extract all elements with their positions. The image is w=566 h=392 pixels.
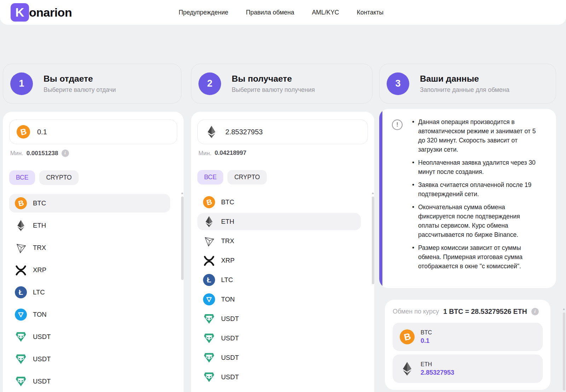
currency-code: BTC [33,199,46,207]
ton-icon [203,293,215,305]
header: K onarion Предупреждение Правила обмена … [0,0,566,25]
currency-row-trx[interactable]: TRX [9,239,170,257]
summary-receive-card: ETH 2.85327953 [393,355,543,383]
btc-icon [17,125,30,139]
rate-value: 1 BTC = 28.53279526 ETH [443,308,527,316]
give-list-scrollbar[interactable]: ▲ [180,192,184,280]
currency-row-usdt[interactable]: USDT [9,372,170,391]
min-label: Мин. [10,150,23,157]
currency-code: USDT [221,373,239,381]
currency-row-trx[interactable]: TRX [197,233,361,250]
currency-code: TON [33,311,47,318]
xrp-icon [203,254,215,267]
currency-code: BTC [221,198,234,206]
rate-label: Обмен по курсу [393,308,439,315]
nav-warning[interactable]: Предупреждение [179,9,228,16]
receive-currency-list: BTC ETH TRX XRP LTC TON [197,194,368,386]
currency-row-xrp[interactable]: XRP [9,261,170,279]
give-title: Вы отдаете [44,74,116,84]
main-nav: Предупреждение Правила обмена AML/KYC Ко… [179,0,383,25]
receive-filters: ВСЕ CRYPTO [197,170,368,185]
currency-code: TRX [221,237,234,245]
give-currency-list: BTC ETH TRX XRP LTC TON [9,194,177,391]
scroll-up-icon[interactable]: ▲ [181,192,184,195]
scroll-up-icon[interactable]: ▲ [562,308,566,311]
receive-list-scrollbar[interactable]: ▲ [371,192,375,284]
logo-text: onarion [29,6,72,19]
currency-code: ETH [221,218,234,226]
summary-code: ETH [421,361,454,368]
note-item: Неоплаченная заявка удалится через 30 ми… [418,158,542,176]
note-item: Заявка считается оплаченной после 19 под… [418,180,542,199]
scrollbar-thumb[interactable] [563,312,565,391]
currency-row-xrp[interactable]: XRP [197,252,361,269]
eth-icon [400,361,415,376]
filter-crypto-button[interactable]: CRYPTO [227,170,266,185]
currency-row-usdt[interactable]: USDT [197,310,361,327]
note-item: Данная операция производится в автоматич… [418,117,542,154]
currency-code: USDT [33,333,51,341]
receive-title: Вы получаете [232,74,315,84]
filter-all-button[interactable]: ВСЕ [197,170,223,185]
logo[interactable]: K onarion [11,3,72,22]
ltc-icon [203,274,215,286]
min-label: Мин. [198,150,212,157]
currency-row-ton[interactable]: TON [197,291,361,308]
currency-row-ltc[interactable]: LTC [197,271,361,288]
give-filters: ВСЕ CRYPTO [9,170,177,185]
currency-code: LTC [221,276,233,284]
give-panel: Мин. 0.00151238 i ВСЕ CRYPTO BTC ETH TRX [3,112,184,392]
btc-icon [203,196,215,208]
trx-icon [203,235,215,247]
summary-amount: 2.85327953 [421,369,454,376]
step-card-details: 3 Ваши данные Заполните данные для обмен… [379,64,556,104]
usdt-icon [203,371,215,383]
currency-row-ltc[interactable]: LTC [9,283,170,302]
scroll-up-icon[interactable]: ▲ [371,192,375,195]
eth-icon [15,220,27,232]
btc-icon [400,329,415,344]
info-icon[interactable]: i [62,150,69,157]
currency-row-btc[interactable]: BTC [9,194,170,212]
nav-rules[interactable]: Правила обмена [246,9,294,16]
filter-crypto-button[interactable]: CRYPTO [39,170,78,185]
page-scrollbar[interactable]: ▲ [562,308,566,391]
currency-code: USDT [221,315,239,323]
currency-row-usdt[interactable]: USDT [9,328,170,346]
usdt-icon [203,313,215,325]
summary-amount: 0.1 [421,337,432,345]
info-icon[interactable]: i [531,308,539,315]
currency-row-eth[interactable]: ETH [9,216,170,235]
warning-icon: ! [392,119,403,130]
scrollbar-thumb[interactable] [372,197,374,284]
currency-code: XRP [33,266,46,274]
summary-give-card: BTC 0.1 [393,323,543,351]
give-amount-box [9,119,177,144]
btc-icon [15,197,27,209]
note-item: Размер комиссии зависит от суммы обмена.… [418,243,542,271]
currency-row-usdt[interactable]: USDT [197,349,361,366]
step-2-badge: 2 [198,72,221,95]
exchange-page: K onarion Предупреждение Правила обмена … [0,0,566,392]
currency-code: USDT [33,378,51,385]
give-amount-input[interactable] [36,128,171,136]
currency-row-usdt[interactable]: USDT [197,330,361,347]
nav-contacts[interactable]: Контакты [357,9,384,16]
receive-amount-input[interactable] [225,128,362,136]
step-1-badge: 1 [10,72,33,95]
currency-row-eth[interactable]: ETH [197,213,361,230]
usdt-icon [203,332,215,344]
filter-all-button[interactable]: ВСЕ [9,170,35,185]
rate-row: Обмен по курсу 1 BTC = 28.53279526 ETH i [393,308,543,316]
step-3-badge: 3 [387,72,409,95]
currency-row-ton[interactable]: TON [9,305,170,324]
currency-code: USDT [33,355,51,363]
currency-row-btc[interactable]: BTC [197,194,361,211]
usdt-icon [15,353,27,365]
details-subtitle: Заполните данные для обмена [420,86,509,94]
currency-row-usdt[interactable]: USDT [197,369,361,386]
ltc-icon [15,286,27,298]
currency-row-usdt[interactable]: USDT [9,350,170,368]
scrollbar-thumb[interactable] [181,197,184,280]
nav-aml-kyc[interactable]: AML/KYC [312,9,339,16]
